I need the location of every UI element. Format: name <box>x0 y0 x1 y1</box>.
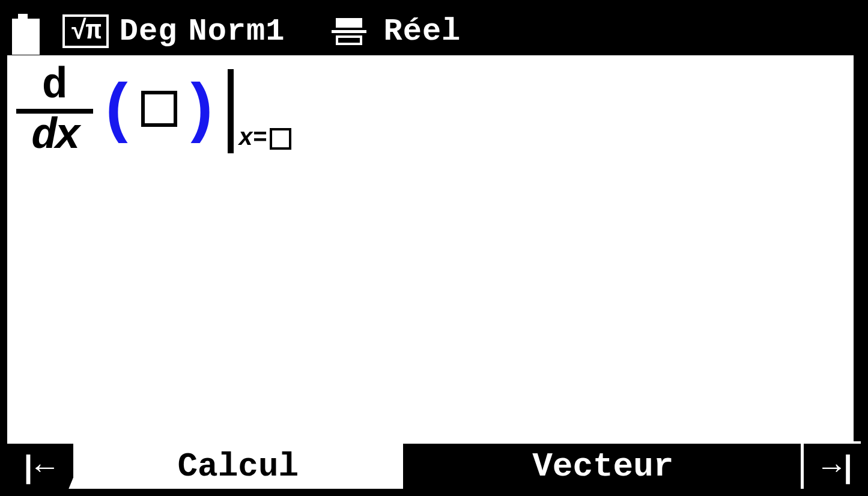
calculator-screen: √π Deg Norm1 Réel d dx ( ) x = <box>0 0 868 496</box>
angle-mode: Deg <box>120 14 178 49</box>
ddx-denominator: dx <box>31 115 78 158</box>
derivative-template: d dx ( ) x = <box>16 64 852 158</box>
fraction-display-icon <box>332 18 366 45</box>
display-mode: Norm1 <box>188 14 285 49</box>
battery-icon <box>12 14 34 49</box>
eval-equals: = <box>253 125 267 152</box>
tab-calcul-label: Calcul <box>178 447 299 486</box>
prev-page-button[interactable]: |← <box>7 444 73 489</box>
ddx-numerator: d <box>41 64 67 108</box>
math-input-mode-badge: √π <box>62 14 109 48</box>
expression-area[interactable]: d dx ( ) x = <box>7 55 861 444</box>
number-mode: Réel <box>383 14 461 49</box>
right-paren: ) <box>181 88 220 135</box>
eval-value-placeholder[interactable] <box>270 128 291 150</box>
arrow-left-icon: |← <box>24 449 57 485</box>
evaluation-bar <box>228 69 234 153</box>
status-bar: √π Deg Norm1 Réel <box>7 7 861 55</box>
ddx-operator: d dx <box>16 64 93 158</box>
function-tab-bar: |← Calcul Vecteur →| <box>7 444 861 489</box>
next-page-button[interactable]: →| <box>801 444 861 489</box>
evaluation-point: x = <box>238 125 291 152</box>
tab-calcul[interactable]: Calcul <box>73 444 403 489</box>
eval-variable: x <box>238 125 253 152</box>
arrow-right-icon: →| <box>816 449 849 485</box>
tab-vecteur[interactable]: Vecteur <box>403 444 801 489</box>
function-placeholder[interactable] <box>141 91 177 127</box>
tab-vecteur-label: Vecteur <box>532 447 673 486</box>
scrollbar[interactable] <box>854 55 861 441</box>
math-mode-text: √π <box>71 16 100 46</box>
left-paren: ( <box>98 88 138 135</box>
